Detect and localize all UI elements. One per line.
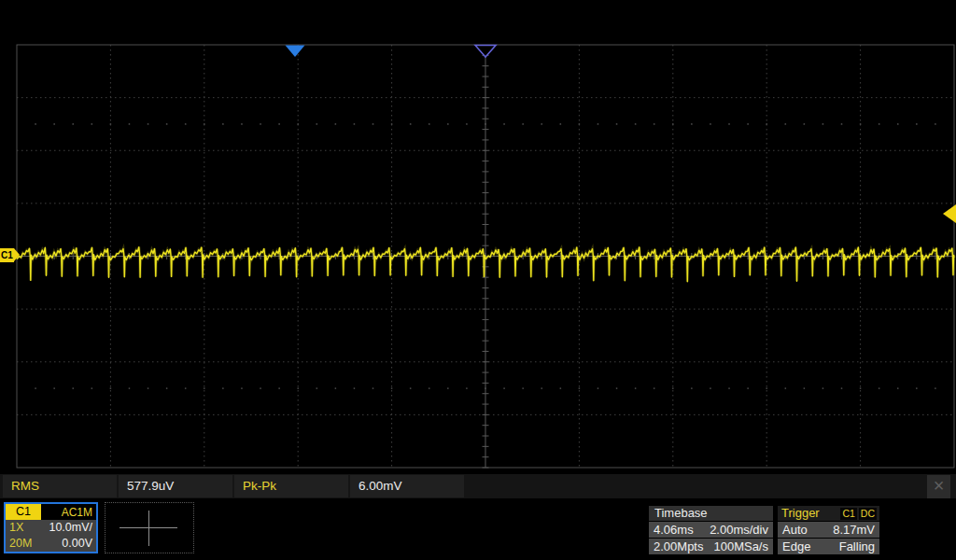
- timebase-title: Timebase: [649, 506, 773, 521]
- timebase-delay: 4.06ms: [654, 522, 694, 538]
- trigger-position-marker[interactable]: [286, 46, 305, 58]
- channel-info-box-c1[interactable]: C1 AC1M 1X 10.0mV/ 20M 0.00V: [4, 502, 98, 553]
- trigger-reference-marker: [475, 46, 496, 58]
- channel-header: C1 AC1M: [6, 504, 96, 520]
- measurement-label-pkpk[interactable]: Pk-Pk: [234, 475, 348, 497]
- channel-offset-marker-label: C1: [1, 250, 13, 260]
- bandwidth-limit: 20M: [9, 536, 32, 552]
- timebase-row-1: 4.06ms 2.00ms/div: [649, 522, 773, 538]
- trigger-type: Edge: [782, 539, 810, 554]
- measurement-value-rms: 577.9uV: [119, 475, 232, 497]
- oscilloscope-screen: C1 RMS 577.9uV Pk-Pk 6.00mV × C1 AC1M 1X…: [0, 0, 956, 560]
- close-icon: ×: [934, 475, 945, 496]
- channel-row-offset: 20M 0.00V: [6, 536, 96, 552]
- sample-rate: 100MSa/s: [713, 539, 768, 554]
- trigger-row-1: Auto 8.17mV: [778, 522, 879, 538]
- trigger-coupling-chip[interactable]: DC: [859, 508, 877, 520]
- vertical-offset: 0.00V: [62, 536, 92, 552]
- close-measurements-button[interactable]: ×: [927, 475, 950, 498]
- channel-offset-marker-c1[interactable]: C1: [0, 248, 14, 262]
- trigger-box[interactable]: Trigger C1 DC Auto 8.17mV Edge Falling: [778, 506, 879, 555]
- trigger-title: Trigger: [781, 506, 820, 521]
- add-channel-placeholder[interactable]: [105, 502, 194, 553]
- measurement-value-pkpk: 6.00mV: [350, 475, 464, 497]
- trigger-slope: Falling: [839, 539, 875, 554]
- vertical-scale: 10.0mV/: [49, 520, 92, 536]
- trigger-mode: Auto: [782, 522, 808, 538]
- timebase-row-2: 2.00Mpts 100MSa/s: [649, 539, 773, 554]
- timebase-box[interactable]: Timebase 4.06ms 2.00ms/div 2.00Mpts 100M…: [649, 506, 773, 555]
- memory-depth: 2.00Mpts: [654, 539, 703, 554]
- channel-coupling: AC1M: [41, 506, 96, 519]
- trigger-level: 8.17mV: [833, 522, 875, 538]
- trigger-header: Trigger C1 DC: [778, 506, 879, 521]
- trigger-row-2: Edge Falling: [778, 539, 879, 554]
- timebase-scale: 2.00ms/div: [710, 522, 768, 538]
- channel-row-scale: 1X 10.0mV/: [6, 520, 96, 536]
- crosshair-icon: [105, 503, 193, 553]
- measurement-label-rms[interactable]: RMS: [3, 475, 117, 497]
- measurement-bar: RMS 577.9uV Pk-Pk 6.00mV ×: [0, 474, 956, 498]
- waveform-display: [0, 0, 956, 500]
- probe-attenuation: 1X: [9, 520, 23, 536]
- channel-badge-c1[interactable]: C1: [6, 504, 41, 520]
- trigger-source-chip[interactable]: C1: [840, 508, 856, 520]
- trigger-chips: C1 DC: [840, 508, 877, 520]
- trigger-level-marker[interactable]: [943, 204, 956, 223]
- status-bar: C1 AC1M 1X 10.0mV/ 20M 0.00V Timebase 4.…: [0, 500, 956, 560]
